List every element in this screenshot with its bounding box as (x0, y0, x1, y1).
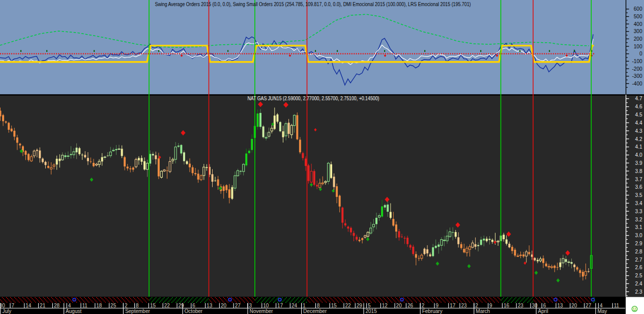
svg-text:22: 22 (164, 303, 170, 308)
svg-text:3.3: 3.3 (635, 209, 642, 214)
svg-text:3.8: 3.8 (635, 168, 642, 174)
svg-text:9: 9 (489, 303, 492, 308)
svg-text:300: 300 (634, 28, 642, 34)
svg-text:October: October (185, 308, 203, 314)
svg-text:11: 11 (614, 303, 620, 308)
svg-text:2: 2 (422, 303, 425, 308)
svg-text:29: 29 (179, 303, 185, 308)
svg-text:3.2: 3.2 (635, 217, 642, 222)
svg-text:November: November (250, 308, 274, 314)
svg-text:15: 15 (150, 303, 156, 308)
svg-text:2: 2 (475, 303, 478, 308)
svg-text:100: 100 (634, 44, 642, 49)
svg-text:18: 18 (96, 303, 102, 308)
svg-text:3.9: 3.9 (635, 160, 642, 166)
svg-text:May: May (597, 308, 607, 314)
svg-text:9: 9 (436, 303, 439, 308)
svg-text:3.7: 3.7 (635, 177, 642, 182)
svg-text:16: 16 (504, 303, 510, 308)
svg-text:2: 2 (125, 303, 128, 308)
svg-text:Swing Average Orders 2015 (0.0: Swing Average Orders 2015 (0.0, 0.0), Sw… (155, 1, 471, 7)
svg-text:8: 8 (136, 303, 139, 308)
svg-text:3: 3 (249, 303, 252, 308)
svg-text:4.4: 4.4 (635, 120, 642, 126)
svg-text:12: 12 (382, 303, 388, 308)
svg-text:February: February (422, 308, 443, 314)
svg-text:600: 600 (634, 6, 642, 12)
svg-text:2.6: 2.6 (635, 265, 642, 270)
svg-text:2.7: 2.7 (635, 257, 642, 263)
svg-text:20: 20 (221, 303, 227, 308)
svg-text:17: 17 (450, 303, 456, 308)
svg-text:0: 0 (639, 51, 642, 56)
svg-text:3.4: 3.4 (635, 201, 642, 206)
svg-text:2015: 2015 (366, 308, 377, 314)
svg-text:500: 500 (634, 14, 642, 19)
svg-text:1: 1 (303, 303, 306, 308)
svg-text:13: 13 (558, 303, 564, 308)
svg-text:4.3: 4.3 (635, 128, 642, 134)
svg-text:4.1: 4.1 (635, 144, 642, 150)
svg-text:2.8: 2.8 (635, 249, 642, 254)
svg-text:10: 10 (263, 303, 269, 308)
svg-text:4: 4 (600, 303, 603, 308)
svg-text:6: 6 (543, 303, 546, 308)
svg-text:20: 20 (571, 303, 577, 308)
svg-text:NAT GAS JUN15 (2.59000, 2.7700: NAT GAS JUN15 (2.59000, 2.77000, 2.55700… (248, 95, 379, 101)
svg-text:3.5: 3.5 (635, 192, 642, 198)
svg-text:27: 27 (235, 303, 241, 308)
svg-text:4.0: 4.0 (635, 152, 642, 158)
svg-text:3.6: 3.6 (635, 184, 642, 190)
svg-text:20: 20 (396, 303, 402, 308)
svg-text:3.0: 3.0 (635, 233, 642, 238)
svg-text:23: 23 (518, 303, 524, 308)
svg-text:April: April (538, 308, 548, 314)
svg-text:30: 30 (532, 303, 538, 308)
svg-text:4.2: 4.2 (635, 136, 642, 142)
svg-text:September: September (125, 308, 151, 314)
svg-text:14: 14 (25, 303, 32, 308)
svg-text:4.6: 4.6 (635, 104, 642, 109)
svg-text:25: 25 (110, 303, 116, 308)
svg-text:13: 13 (207, 303, 213, 308)
svg-text:2.5: 2.5 (635, 273, 642, 278)
svg-text:6: 6 (192, 303, 195, 308)
svg-text:-100: -100 (632, 59, 642, 64)
svg-text:7: 7 (12, 303, 15, 308)
svg-text:28: 28 (54, 303, 60, 308)
svg-text:24: 24 (291, 303, 298, 308)
svg-text:4.7: 4.7 (635, 96, 642, 101)
svg-text:27: 27 (586, 303, 592, 308)
svg-text:5: 5 (368, 303, 371, 308)
svg-text:4: 4 (68, 303, 71, 308)
svg-text:-400: -400 (632, 81, 642, 87)
svg-text:2.9: 2.9 (635, 241, 642, 246)
svg-text:8: 8 (317, 303, 320, 308)
svg-text:11: 11 (82, 303, 88, 308)
svg-text:400: 400 (634, 21, 642, 27)
svg-text:15: 15 (331, 303, 337, 308)
svg-text:December: December (303, 308, 327, 314)
svg-text:2.4: 2.4 (635, 281, 642, 287)
svg-text:July: July (3, 308, 12, 314)
svg-text:17: 17 (277, 303, 283, 308)
svg-text:23: 23 (461, 303, 467, 308)
svg-text:29: 29 (357, 303, 363, 308)
svg-text:August: August (66, 308, 81, 314)
svg-text:3.1: 3.1 (635, 224, 642, 230)
svg-text:March: March (476, 308, 490, 314)
svg-text:4.5: 4.5 (635, 112, 642, 118)
svg-text:200: 200 (634, 36, 642, 42)
svg-text:-200: -200 (632, 66, 642, 72)
svg-text:-300: -300 (632, 73, 642, 79)
svg-text:22: 22 (345, 303, 352, 308)
svg-text:26: 26 (407, 303, 414, 308)
svg-text:21: 21 (40, 303, 46, 308)
svg-text:2.3: 2.3 (635, 289, 642, 295)
